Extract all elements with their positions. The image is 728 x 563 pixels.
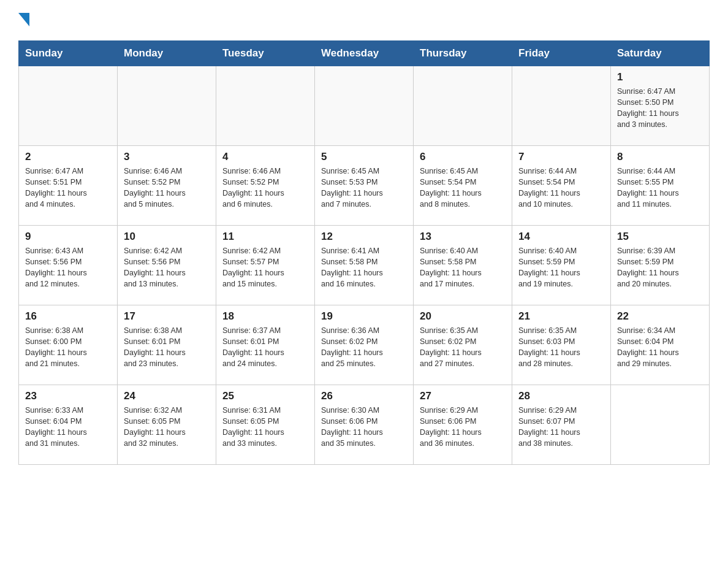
calendar-cell: 21Sunrise: 6:35 AM Sunset: 6:03 PM Dayli… bbox=[512, 305, 611, 385]
calendar-cell: 19Sunrise: 6:36 AM Sunset: 6:02 PM Dayli… bbox=[315, 305, 414, 385]
day-info: Sunrise: 6:44 AM Sunset: 5:54 PM Dayligh… bbox=[518, 166, 604, 210]
day-info: Sunrise: 6:40 AM Sunset: 5:58 PM Dayligh… bbox=[420, 245, 506, 290]
week-row-3: 9Sunrise: 6:43 AM Sunset: 5:56 PM Daylig… bbox=[19, 226, 710, 305]
day-info: Sunrise: 6:42 AM Sunset: 5:56 PM Dayligh… bbox=[124, 245, 210, 290]
day-number: 15 bbox=[617, 231, 703, 243]
day-number: 23 bbox=[25, 390, 111, 402]
day-number: 18 bbox=[222, 310, 308, 323]
calendar-cell: 26Sunrise: 6:30 AM Sunset: 6:06 PM Dayli… bbox=[315, 385, 414, 465]
day-info: Sunrise: 6:36 AM Sunset: 6:02 PM Dayligh… bbox=[321, 325, 407, 370]
calendar-table: SundayMondayTuesdayWednesdayThursdayFrid… bbox=[18, 40, 710, 465]
weekday-header-monday: Monday bbox=[118, 41, 216, 66]
weekday-header-friday: Friday bbox=[512, 41, 611, 66]
calendar-cell bbox=[19, 66, 118, 146]
day-number: 13 bbox=[420, 231, 506, 243]
day-number: 9 bbox=[25, 231, 111, 243]
calendar-cell: 24Sunrise: 6:32 AM Sunset: 6:05 PM Dayli… bbox=[118, 385, 216, 465]
calendar-cell: 10Sunrise: 6:42 AM Sunset: 5:56 PM Dayli… bbox=[118, 226, 216, 305]
day-info: Sunrise: 6:38 AM Sunset: 6:00 PM Dayligh… bbox=[25, 325, 111, 370]
day-info: Sunrise: 6:41 AM Sunset: 5:58 PM Dayligh… bbox=[321, 245, 407, 290]
day-info: Sunrise: 6:47 AM Sunset: 5:50 PM Dayligh… bbox=[617, 86, 703, 131]
day-info: Sunrise: 6:35 AM Sunset: 6:03 PM Dayligh… bbox=[518, 325, 604, 370]
calendar-cell: 18Sunrise: 6:37 AM Sunset: 6:01 PM Dayli… bbox=[216, 305, 315, 385]
day-number: 3 bbox=[124, 151, 210, 163]
day-info: Sunrise: 6:32 AM Sunset: 6:05 PM Dayligh… bbox=[124, 405, 210, 450]
day-number: 21 bbox=[518, 310, 604, 323]
calendar-cell: 17Sunrise: 6:38 AM Sunset: 6:01 PM Dayli… bbox=[118, 305, 216, 385]
week-row-4: 16Sunrise: 6:38 AM Sunset: 6:00 PM Dayli… bbox=[19, 305, 710, 385]
calendar-cell: 2Sunrise: 6:47 AM Sunset: 5:51 PM Daylig… bbox=[19, 146, 118, 226]
day-info: Sunrise: 6:38 AM Sunset: 6:01 PM Dayligh… bbox=[124, 325, 210, 370]
calendar-cell: 14Sunrise: 6:40 AM Sunset: 5:59 PM Dayli… bbox=[512, 226, 611, 305]
weekday-header-saturday: Saturday bbox=[611, 41, 710, 66]
day-info: Sunrise: 6:46 AM Sunset: 5:52 PM Dayligh… bbox=[124, 166, 210, 210]
day-info: Sunrise: 6:45 AM Sunset: 5:53 PM Dayligh… bbox=[321, 166, 407, 210]
week-row-2: 2Sunrise: 6:47 AM Sunset: 5:51 PM Daylig… bbox=[19, 146, 710, 226]
svg-marker-0 bbox=[18, 13, 29, 26]
logo bbox=[18, 12, 29, 28]
day-number: 1 bbox=[617, 71, 703, 83]
day-number: 7 bbox=[518, 151, 604, 163]
day-info: Sunrise: 6:29 AM Sunset: 6:07 PM Dayligh… bbox=[518, 405, 604, 450]
day-number: 22 bbox=[617, 310, 703, 323]
calendar-cell: 7Sunrise: 6:44 AM Sunset: 5:54 PM Daylig… bbox=[512, 146, 611, 226]
weekday-header-sunday: Sunday bbox=[19, 41, 118, 66]
day-number: 24 bbox=[124, 390, 210, 402]
day-info: Sunrise: 6:43 AM Sunset: 5:56 PM Dayligh… bbox=[25, 245, 111, 290]
day-info: Sunrise: 6:33 AM Sunset: 6:04 PM Dayligh… bbox=[25, 405, 111, 450]
day-number: 5 bbox=[321, 151, 407, 163]
day-number: 12 bbox=[321, 231, 407, 243]
calendar-cell bbox=[118, 66, 216, 146]
day-number: 16 bbox=[25, 310, 111, 323]
calendar-cell: 28Sunrise: 6:29 AM Sunset: 6:07 PM Dayli… bbox=[512, 385, 611, 465]
calendar-cell bbox=[414, 66, 512, 146]
week-row-1: 1Sunrise: 6:47 AM Sunset: 5:50 PM Daylig… bbox=[19, 66, 710, 146]
calendar-cell: 13Sunrise: 6:40 AM Sunset: 5:58 PM Dayli… bbox=[414, 226, 512, 305]
day-number: 28 bbox=[518, 390, 604, 402]
day-number: 4 bbox=[222, 151, 308, 163]
calendar-cell: 8Sunrise: 6:44 AM Sunset: 5:55 PM Daylig… bbox=[611, 146, 710, 226]
calendar-cell bbox=[216, 66, 315, 146]
day-number: 17 bbox=[124, 310, 210, 323]
day-info: Sunrise: 6:45 AM Sunset: 5:54 PM Dayligh… bbox=[420, 166, 506, 210]
day-number: 20 bbox=[420, 310, 506, 323]
day-number: 10 bbox=[124, 231, 210, 243]
calendar-cell: 23Sunrise: 6:33 AM Sunset: 6:04 PM Dayli… bbox=[19, 385, 118, 465]
day-number: 8 bbox=[617, 151, 703, 163]
calendar-cell: 5Sunrise: 6:45 AM Sunset: 5:53 PM Daylig… bbox=[315, 146, 414, 226]
calendar-cell: 16Sunrise: 6:38 AM Sunset: 6:00 PM Dayli… bbox=[19, 305, 118, 385]
week-row-5: 23Sunrise: 6:33 AM Sunset: 6:04 PM Dayli… bbox=[19, 385, 710, 465]
day-info: Sunrise: 6:30 AM Sunset: 6:06 PM Dayligh… bbox=[321, 405, 407, 450]
logo-chevron-icon bbox=[18, 13, 29, 29]
weekday-header-wednesday: Wednesday bbox=[315, 41, 414, 66]
day-info: Sunrise: 6:37 AM Sunset: 6:01 PM Dayligh… bbox=[222, 325, 308, 370]
calendar-cell: 4Sunrise: 6:46 AM Sunset: 5:52 PM Daylig… bbox=[216, 146, 315, 226]
calendar-cell: 22Sunrise: 6:34 AM Sunset: 6:04 PM Dayli… bbox=[611, 305, 710, 385]
day-info: Sunrise: 6:40 AM Sunset: 5:59 PM Dayligh… bbox=[518, 245, 604, 290]
calendar-cell bbox=[315, 66, 414, 146]
calendar-cell: 1Sunrise: 6:47 AM Sunset: 5:50 PM Daylig… bbox=[611, 66, 710, 146]
calendar-cell: 20Sunrise: 6:35 AM Sunset: 6:02 PM Dayli… bbox=[414, 305, 512, 385]
calendar-cell: 11Sunrise: 6:42 AM Sunset: 5:57 PM Dayli… bbox=[216, 226, 315, 305]
calendar-cell: 3Sunrise: 6:46 AM Sunset: 5:52 PM Daylig… bbox=[118, 146, 216, 226]
weekday-header-row: SundayMondayTuesdayWednesdayThursdayFrid… bbox=[19, 41, 710, 66]
day-info: Sunrise: 6:31 AM Sunset: 6:05 PM Dayligh… bbox=[222, 405, 308, 450]
day-info: Sunrise: 6:39 AM Sunset: 5:59 PM Dayligh… bbox=[617, 245, 703, 290]
calendar-cell: 15Sunrise: 6:39 AM Sunset: 5:59 PM Dayli… bbox=[611, 226, 710, 305]
day-number: 2 bbox=[25, 151, 111, 163]
weekday-header-tuesday: Tuesday bbox=[216, 41, 315, 66]
day-number: 19 bbox=[321, 310, 407, 323]
day-info: Sunrise: 6:47 AM Sunset: 5:51 PM Dayligh… bbox=[25, 166, 111, 210]
calendar-cell: 9Sunrise: 6:43 AM Sunset: 5:56 PM Daylig… bbox=[19, 226, 118, 305]
weekday-header-thursday: Thursday bbox=[414, 41, 512, 66]
day-number: 26 bbox=[321, 390, 407, 402]
day-number: 27 bbox=[420, 390, 506, 402]
calendar-cell: 27Sunrise: 6:29 AM Sunset: 6:06 PM Dayli… bbox=[414, 385, 512, 465]
page-header bbox=[18, 12, 710, 28]
day-number: 25 bbox=[222, 390, 308, 402]
day-number: 14 bbox=[518, 231, 604, 243]
day-info: Sunrise: 6:42 AM Sunset: 5:57 PM Dayligh… bbox=[222, 245, 308, 290]
day-info: Sunrise: 6:35 AM Sunset: 6:02 PM Dayligh… bbox=[420, 325, 506, 370]
calendar-cell bbox=[512, 66, 611, 146]
day-number: 6 bbox=[420, 151, 506, 163]
